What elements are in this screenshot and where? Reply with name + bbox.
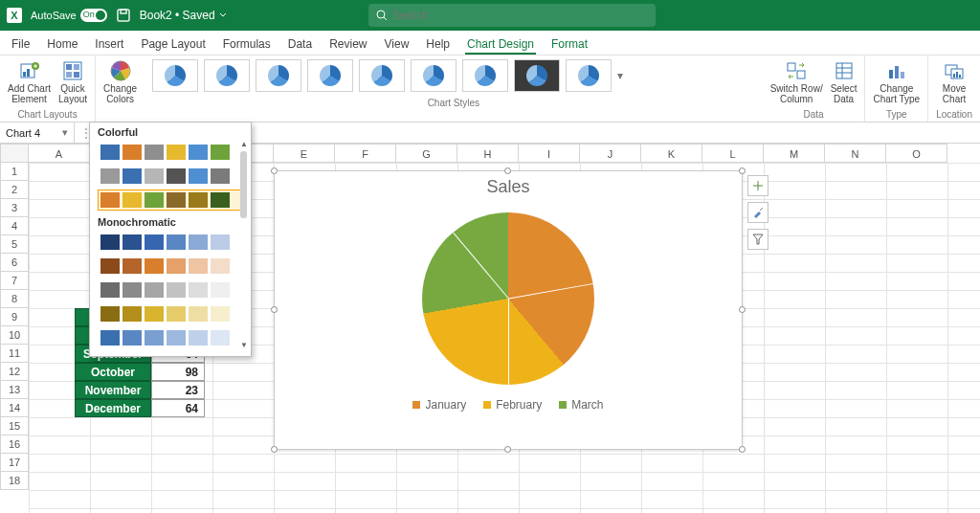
chart-style-8[interactable] — [514, 59, 560, 92]
column-header[interactable]: H — [457, 144, 519, 163]
tab-insert[interactable]: Insert — [93, 33, 125, 55]
move-chart-button[interactable]: Move Chart — [943, 59, 966, 104]
row-header[interactable]: 1 — [0, 163, 29, 181]
selection-handle[interactable] — [739, 167, 746, 174]
chart-style-9[interactable] — [566, 59, 612, 92]
palette-row[interactable] — [98, 279, 243, 301]
scroll-thumb[interactable] — [240, 151, 247, 218]
select-all-corner[interactable] — [0, 144, 29, 163]
tab-home[interactable]: Home — [45, 33, 79, 55]
embedded-chart[interactable]: Sales January February March — [274, 170, 743, 450]
search-field[interactable] — [392, 9, 648, 22]
row-header[interactable]: 2 — [0, 181, 29, 199]
row-header[interactable]: 13 — [0, 381, 29, 399]
row-header[interactable]: 14 — [0, 399, 29, 417]
dropdown-scrollbar[interactable]: ▲ ▼ — [239, 140, 249, 350]
chart-filters-button[interactable] — [747, 229, 768, 250]
selection-handle[interactable] — [504, 167, 511, 174]
row-header[interactable]: 3 — [0, 199, 29, 217]
cell-month[interactable]: October — [75, 363, 151, 381]
palette-row[interactable] — [98, 256, 243, 277]
palette-row[interactable] — [98, 232, 243, 253]
tab-page-layout[interactable]: Page Layout — [139, 33, 207, 55]
chart-style-7[interactable] — [462, 59, 508, 92]
palette-row[interactable] — [98, 166, 243, 187]
row-header[interactable]: 8 — [0, 290, 29, 308]
chart-styles-button[interactable] — [747, 202, 768, 223]
change-colors-dropdown[interactable]: Colorful Monochromatic ▲ ▼ — [89, 122, 252, 357]
row-header[interactable]: 9 — [0, 308, 29, 326]
name-box[interactable]: Chart 4 ▾ — [0, 123, 75, 143]
palette-row[interactable] — [98, 327, 243, 348]
cell-month[interactable]: November — [75, 381, 151, 399]
chart-styles-more[interactable]: ▾ — [617, 59, 623, 92]
row-header[interactable]: 10 — [0, 326, 29, 345]
row-header[interactable]: 4 — [0, 217, 29, 235]
palette-row[interactable] — [98, 190, 243, 211]
tab-view[interactable]: View — [383, 33, 412, 55]
chart-legend[interactable]: January February March — [275, 398, 742, 412]
column-header[interactable]: A — [29, 144, 90, 163]
row-header[interactable]: 15 — [0, 417, 29, 435]
autosave-toggle[interactable]: AutoSave On — [31, 9, 107, 22]
row-header[interactable]: 17 — [0, 454, 29, 472]
color-swatch — [122, 306, 142, 322]
chart-elements-button[interactable] — [747, 175, 768, 196]
row-header[interactable]: 7 — [0, 272, 29, 290]
chart-style-5[interactable] — [359, 59, 405, 92]
column-header[interactable]: G — [396, 144, 457, 163]
change-colors-button[interactable]: Change Colors — [103, 59, 137, 104]
selection-handle[interactable] — [271, 167, 278, 174]
tab-file[interactable]: File — [10, 33, 32, 55]
cell-value[interactable]: 23 — [151, 381, 205, 399]
row-header[interactable]: 12 — [0, 363, 29, 381]
switch-row-column-button[interactable]: Switch Row/ Column — [770, 59, 823, 104]
tab-review[interactable]: Review — [327, 33, 368, 55]
column-header[interactable]: I — [519, 144, 580, 163]
select-data-button[interactable]: Select Data — [831, 59, 858, 104]
column-header[interactable]: E — [274, 144, 335, 163]
column-header[interactable]: N — [825, 144, 886, 163]
column-header[interactable]: K — [641, 144, 702, 163]
tab-data[interactable]: Data — [286, 33, 314, 55]
selection-handle[interactable] — [504, 446, 511, 453]
row-header[interactable]: 5 — [0, 235, 29, 254]
palette-row[interactable] — [98, 142, 243, 163]
add-chart-element-button[interactable]: Add Chart Element — [8, 59, 51, 104]
column-header[interactable]: F — [335, 144, 396, 163]
chart-style-3[interactable] — [256, 59, 301, 92]
change-chart-type-button[interactable]: Change Chart Type — [873, 59, 920, 104]
chart-style-4[interactable] — [307, 59, 353, 92]
chart-style-1[interactable] — [152, 59, 198, 92]
tab-format[interactable]: Format — [549, 33, 590, 55]
column-header[interactable]: M — [764, 144, 825, 163]
scroll-down-icon[interactable]: ▼ — [239, 341, 249, 350]
chart-style-2[interactable] — [204, 59, 250, 92]
document-title[interactable]: Book2 • Saved — [140, 9, 227, 22]
column-header[interactable]: L — [702, 144, 764, 163]
chart-style-6[interactable] — [411, 59, 457, 92]
selection-handle[interactable] — [739, 306, 746, 313]
cell-value[interactable]: 98 — [151, 363, 205, 381]
tab-chart-design[interactable]: Chart Design — [465, 33, 536, 55]
palette-row[interactable] — [98, 303, 243, 324]
quick-layout-button[interactable]: Quick Layout — [58, 59, 87, 104]
row-header[interactable]: 11 — [0, 345, 29, 363]
row-header[interactable]: 6 — [0, 254, 29, 272]
tab-formulas[interactable]: Formulas — [221, 33, 273, 55]
save-icon[interactable] — [115, 7, 132, 24]
selection-handle[interactable] — [271, 306, 278, 313]
column-header[interactable]: O — [886, 144, 947, 163]
cell-value[interactable]: 64 — [151, 399, 205, 417]
scroll-up-icon[interactable]: ▲ — [239, 140, 249, 149]
cell-month[interactable]: December — [75, 399, 151, 417]
pie-chart-plot[interactable] — [422, 212, 594, 385]
selection-handle[interactable] — [739, 446, 746, 453]
tab-help[interactable]: Help — [424, 33, 452, 55]
row-header[interactable]: 16 — [0, 435, 29, 454]
search-input[interactable] — [368, 4, 656, 27]
selection-handle[interactable] — [271, 446, 278, 453]
chart-title[interactable]: Sales — [275, 171, 742, 197]
column-header[interactable]: J — [580, 144, 641, 163]
row-header[interactable]: 18 — [0, 472, 29, 490]
